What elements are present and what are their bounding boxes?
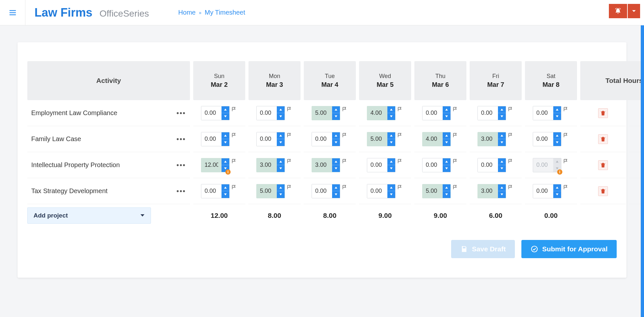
row-more-menu[interactable]: •••	[176, 160, 187, 171]
scrollbar[interactable]	[641, 25, 644, 317]
row-more-menu[interactable]: •••	[176, 186, 187, 197]
increment-button[interactable]	[221, 184, 229, 192]
increment-button[interactable]	[277, 184, 285, 192]
hour-input[interactable]	[478, 184, 498, 198]
decrement-button[interactable]	[332, 113, 340, 120]
row-more-menu[interactable]: •••	[176, 108, 187, 119]
hour-input[interactable]	[201, 184, 221, 198]
increment-button[interactable]	[387, 106, 395, 113]
note-flag[interactable]	[232, 107, 237, 112]
note-flag[interactable]	[287, 107, 293, 112]
hour-input[interactable]	[257, 132, 277, 146]
note-flag[interactable]	[508, 185, 514, 191]
hour-input[interactable]	[423, 158, 443, 172]
hour-input[interactable]	[423, 106, 443, 120]
increment-button[interactable]	[332, 158, 340, 165]
hour-input[interactable]	[201, 106, 221, 120]
decrement-button[interactable]	[553, 113, 561, 120]
decrement-button[interactable]	[387, 113, 395, 120]
decrement-button[interactable]	[387, 165, 395, 172]
increment-button[interactable]	[387, 132, 395, 139]
alerts-button[interactable]	[609, 4, 627, 18]
decrement-button[interactable]	[553, 191, 561, 198]
note-flag[interactable]	[453, 133, 459, 139]
note-flag[interactable]	[563, 185, 569, 191]
note-flag[interactable]	[508, 133, 514, 139]
decrement-button[interactable]	[443, 191, 450, 198]
note-flag[interactable]	[563, 159, 569, 165]
note-flag[interactable]	[563, 133, 569, 139]
delete-row-button[interactable]	[598, 186, 608, 196]
increment-button[interactable]	[443, 132, 450, 139]
hour-input[interactable]	[533, 158, 553, 172]
decrement-button[interactable]	[221, 113, 229, 120]
increment-button[interactable]	[277, 106, 285, 113]
increment-button[interactable]	[221, 106, 229, 113]
hour-input[interactable]	[257, 184, 277, 198]
decrement-button[interactable]	[332, 139, 340, 146]
hour-input[interactable]	[367, 158, 387, 172]
decrement-button[interactable]	[221, 139, 229, 146]
decrement-button[interactable]	[498, 139, 506, 146]
submit-button[interactable]: Submit for Approval	[521, 240, 617, 258]
note-flag[interactable]	[397, 107, 403, 112]
increment-button[interactable]	[277, 132, 285, 139]
increment-button[interactable]	[387, 158, 395, 165]
hour-input[interactable]	[312, 106, 332, 120]
note-flag[interactable]	[342, 133, 348, 139]
increment-button[interactable]	[553, 184, 561, 192]
decrement-button[interactable]	[277, 139, 285, 146]
hour-input[interactable]	[367, 132, 387, 146]
hour-input[interactable]	[533, 106, 553, 120]
note-flag[interactable]	[342, 185, 348, 191]
note-flag[interactable]	[563, 107, 569, 112]
note-flag[interactable]	[287, 133, 293, 139]
hamburger-menu[interactable]	[0, 0, 25, 25]
decrement-button[interactable]	[553, 139, 561, 146]
delete-row-button[interactable]	[598, 134, 608, 144]
decrement-button[interactable]	[277, 191, 285, 198]
hour-input[interactable]	[312, 158, 332, 172]
increment-button[interactable]	[498, 158, 506, 165]
note-flag[interactable]	[232, 159, 237, 165]
delete-row-button[interactable]	[598, 160, 608, 170]
hour-input[interactable]	[257, 158, 277, 172]
hour-input[interactable]	[257, 106, 277, 120]
decrement-button[interactable]	[387, 191, 395, 198]
note-flag[interactable]	[397, 133, 403, 139]
hour-input[interactable]	[533, 184, 553, 198]
increment-button[interactable]	[553, 106, 561, 113]
hour-input[interactable]	[478, 106, 498, 120]
note-flag[interactable]	[342, 159, 348, 165]
note-flag[interactable]	[287, 185, 293, 191]
hour-input[interactable]	[423, 184, 443, 198]
increment-button[interactable]	[553, 158, 561, 165]
hour-input[interactable]	[367, 184, 387, 198]
breadcrumb-current[interactable]: My Timesheet	[205, 9, 245, 16]
increment-button[interactable]	[332, 184, 340, 192]
note-flag[interactable]	[287, 159, 293, 165]
decrement-button[interactable]	[498, 113, 506, 120]
hour-input[interactable]	[201, 132, 221, 146]
increment-button[interactable]	[443, 184, 450, 192]
save-draft-button[interactable]: Save Draft	[451, 240, 515, 258]
decrement-button[interactable]	[443, 165, 450, 172]
hour-input[interactable]	[478, 132, 498, 146]
increment-button[interactable]	[443, 106, 450, 113]
hour-input[interactable]	[533, 132, 553, 146]
decrement-button[interactable]	[443, 113, 450, 120]
hour-input[interactable]	[423, 132, 443, 146]
decrement-button[interactable]	[221, 191, 229, 198]
add-project-dropdown[interactable]: Add project	[27, 207, 151, 224]
note-flag[interactable]	[232, 133, 237, 139]
note-flag[interactable]	[453, 107, 459, 112]
decrement-button[interactable]	[498, 165, 506, 172]
increment-button[interactable]	[498, 106, 506, 113]
breadcrumb-home[interactable]: Home	[178, 9, 195, 16]
delete-row-button[interactable]	[598, 108, 608, 118]
decrement-button[interactable]	[277, 165, 285, 172]
hour-input[interactable]	[312, 184, 332, 198]
alerts-dropdown[interactable]	[628, 4, 640, 18]
increment-button[interactable]	[332, 106, 340, 113]
decrement-button[interactable]	[443, 139, 450, 146]
